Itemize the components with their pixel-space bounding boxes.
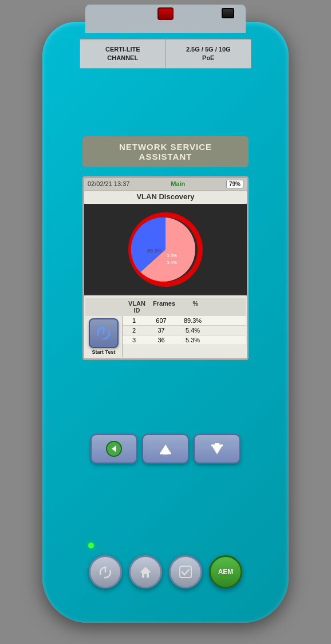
top-connector xyxy=(85,5,246,33)
col-header-id: VLAN ID xyxy=(125,299,148,315)
top-label-bar: CERTI-LITECHANNEL 2.5G / 5G / 10GPoE xyxy=(80,39,251,69)
home-button[interactable] xyxy=(129,555,162,588)
check-icon xyxy=(178,564,194,580)
table-body: Start Test 1 607 89.3% 2 37 5.4% xyxy=(85,316,246,357)
up-button[interactable] xyxy=(142,434,189,464)
pie-chart: 89.3% 5.4% 5.3% xyxy=(125,210,206,290)
hw-buttons: AEM xyxy=(77,555,254,588)
top-label-left: CERTI-LITECHANNEL xyxy=(80,39,166,68)
vlan-title: VLAN Discovery xyxy=(84,191,247,203)
device-title-area: NETWORK SERVICE ASSISTANT xyxy=(82,136,249,167)
power-button[interactable] xyxy=(89,555,122,588)
svg-text:89.3%: 89.3% xyxy=(147,248,162,254)
status-bar: 02/02/21 13:37 Main 79% xyxy=(84,178,247,191)
pie-container: 89.3% 5.4% 5.3% xyxy=(125,210,206,290)
home-icon xyxy=(137,564,153,580)
datetime: 02/02/21 13:37 xyxy=(88,180,129,187)
back-button[interactable] xyxy=(90,434,137,464)
table-row: 1 607 89.3% xyxy=(123,316,246,326)
back-icon xyxy=(106,441,122,457)
down-button[interactable] xyxy=(194,434,241,464)
nav-buttons xyxy=(82,434,249,464)
svg-text:5.3%: 5.3% xyxy=(167,253,177,258)
frames-1: 607 xyxy=(145,316,177,325)
lcd-screen: 02/02/21 13:37 Main 79% VLAN Discovery xyxy=(82,176,249,360)
table-area: VLAN ID Frames % Start xyxy=(84,297,247,358)
connector-black xyxy=(222,8,234,18)
svg-marker-12 xyxy=(211,445,223,455)
top-label-right: 2.5G / 5G / 10GPoE xyxy=(166,39,251,68)
led-indicator xyxy=(88,543,94,548)
pct-3: 5.3% xyxy=(177,335,208,345)
table-row: 3 36 5.3% xyxy=(123,335,246,345)
table-row: 2 37 5.4% xyxy=(123,326,246,335)
frames-3: 36 xyxy=(145,335,177,345)
device-wrapper: CERTI-LITECHANNEL 2.5G / 5G / 10GPoE NET… xyxy=(0,0,331,644)
main-label: Main xyxy=(171,180,185,187)
col-header-frames: Frames xyxy=(148,299,180,315)
check-button[interactable] xyxy=(169,555,202,588)
aem-label: AEM xyxy=(218,568,234,576)
vlan-id-2: 2 xyxy=(123,326,145,335)
connector-red xyxy=(157,7,174,20)
start-test-col: Start Test xyxy=(85,316,123,357)
battery: 79% xyxy=(226,180,243,188)
device-title: NETWORK SERVICE ASSISTANT xyxy=(92,142,239,161)
table-header: VLAN ID Frames % xyxy=(85,298,246,316)
aem-button[interactable]: AEM xyxy=(209,555,242,588)
power-icon xyxy=(96,326,111,341)
vlan-id-1: 1 xyxy=(123,316,145,325)
device-body: CERTI-LITECHANNEL 2.5G / 5G / 10GPoE NET… xyxy=(42,22,289,623)
pct-2: 5.4% xyxy=(177,326,208,335)
power-hw-icon xyxy=(97,564,113,580)
vlan-id-3: 3 xyxy=(123,335,145,345)
start-test-label: Start Test xyxy=(92,349,116,355)
data-table: 1 607 89.3% 2 37 5.4% 3 36 5.3% xyxy=(123,316,246,357)
frames-2: 37 xyxy=(145,326,177,335)
svg-text:5.4%: 5.4% xyxy=(167,260,177,265)
down-icon xyxy=(209,441,225,457)
up-icon xyxy=(157,441,174,457)
start-test-button[interactable] xyxy=(89,318,119,348)
svg-marker-17 xyxy=(140,567,151,578)
col-header-pct: % xyxy=(180,299,211,315)
chart-area: 89.3% 5.4% 5.3% xyxy=(84,204,247,295)
pct-1: 89.3% xyxy=(177,316,208,325)
